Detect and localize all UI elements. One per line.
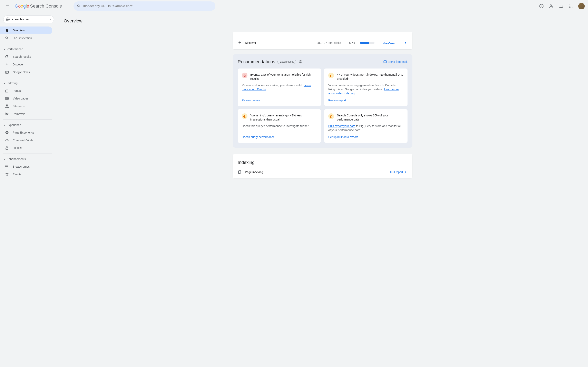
recommendation-body: Bulk export your data to BigQuery to sto… (328, 124, 403, 132)
svg-point-10 (570, 7, 570, 8)
recommendation-title: Search Console only shows 35% of your pe… (337, 113, 403, 122)
svg-point-12 (572, 7, 572, 8)
sidebar-item-label: HTTPS (13, 146, 22, 150)
recommendation-action[interactable]: Review report (328, 99, 403, 102)
divider (3, 44, 52, 44)
search-input[interactable] (83, 4, 212, 8)
sidebar-item-core-web-vitals[interactable]: Core Web Vitals (0, 136, 52, 144)
page-title: Overview (64, 18, 581, 24)
chevron-down-icon: ▾ (4, 82, 5, 84)
sidebar-section-enhancements[interactable]: ▾ Enhancements (0, 155, 57, 163)
notifications-button[interactable] (557, 2, 565, 10)
sidebar-item-breadcrumbs[interactable]: Breadcrumbs (0, 163, 52, 170)
divider (3, 78, 52, 78)
sidebar-item-label: Core Web Vitals (13, 139, 33, 142)
experimental-badge: Experimental (277, 60, 296, 64)
section-label: Indexing (7, 82, 17, 85)
sidebar-item-label: Pages (13, 89, 21, 92)
visibility-off-icon (5, 112, 9, 116)
learn-more-link[interactable]: Learn more about Events (242, 83, 311, 91)
sidebar-item-https[interactable]: HTTPS (0, 144, 52, 152)
chevron-right-icon (404, 41, 407, 45)
apps-grid-icon (569, 4, 573, 8)
sidebar-item-search-results[interactable]: Search results (0, 53, 52, 60)
menu-icon (5, 4, 9, 8)
recommendation-body: Videos create more engagement on Search.… (328, 83, 403, 95)
bulk-export-link[interactable]: Bulk export your data (328, 124, 355, 128)
recommendation-action[interactable]: Check query performance (242, 135, 317, 139)
sidebar-item-page-experience[interactable]: Page Experience (0, 129, 52, 136)
sidebar-item-removals[interactable]: Removals (0, 110, 52, 118)
sidebar-item-label: Discover (13, 63, 24, 66)
search-bar[interactable] (73, 1, 215, 11)
breadcrumb-icon (5, 165, 9, 169)
sparkle-icon (5, 62, 9, 67)
search-icon (5, 36, 9, 40)
sidebar-section-indexing[interactable]: ▾ Indexing (0, 80, 57, 87)
svg-point-23 (301, 62, 301, 63)
avatar[interactable] (578, 3, 585, 9)
indexing-card: Indexing Page indexing Full report (233, 154, 412, 178)
pages-icon (238, 170, 242, 174)
error-icon: ⊘ (242, 73, 247, 78)
recommendation-card[interactable]: ◐"swimming": query recently got 42% less… (238, 109, 321, 143)
sidebar-item-overview[interactable]: Overview (0, 26, 52, 34)
google-logo: Google (15, 3, 29, 9)
clicks-text: 389,197 total clicks (317, 41, 341, 44)
sidebar-section-performance[interactable]: ▾ Performance (0, 45, 57, 53)
page-indexing-row[interactable]: Page indexing Full report (238, 170, 407, 174)
discover-row[interactable]: Discover 389,197 total clicks 62% (233, 36, 412, 49)
learn-more-link[interactable]: Learn more about video indexing (328, 88, 399, 95)
svg-point-11 (571, 7, 571, 8)
main-content: Overview Discover 389,197 total clicks 6… (57, 12, 588, 367)
lightbulb-icon: ◐ (242, 113, 247, 119)
send-feedback-link[interactable]: Send feedback (383, 60, 407, 64)
recommendation-card[interactable]: ◐47 of your videos aren't indexed: "No t… (324, 68, 407, 106)
person-add-icon (549, 4, 553, 8)
svg-rect-18 (8, 107, 9, 108)
users-button[interactable] (547, 2, 555, 10)
help-button[interactable] (537, 2, 545, 10)
recommendations-section: Recommendations Experimental Send feedba… (233, 54, 412, 148)
dropdown-icon (49, 18, 51, 20)
property-selector[interactable]: example.com (3, 16, 54, 23)
globe-icon (6, 17, 9, 21)
lightbulb-icon: ◐ (328, 73, 334, 78)
sidebar-item-url-inspection[interactable]: URL inspection (0, 34, 52, 42)
sidebar-item-discover[interactable]: Discover (0, 60, 52, 68)
recommendation-card[interactable]: ⊘Events: 93% of your items aren't eligib… (238, 68, 321, 106)
hamburger-menu-button[interactable] (3, 2, 11, 10)
progress-bar (360, 42, 374, 44)
sidebar-item-pages[interactable]: Pages (0, 87, 52, 95)
recommendation-action[interactable]: Review issues (242, 99, 317, 102)
recommendation-title: "swimming": query recently got 42% less … (250, 113, 317, 122)
sidebar-item-events[interactable]: Events (0, 170, 52, 178)
event-icon (5, 172, 9, 176)
sidebar-item-sitemaps[interactable]: Sitemaps (0, 102, 52, 110)
sidebar-item-label: Removals (13, 112, 25, 116)
feedback-icon (383, 60, 387, 64)
recommendation-card[interactable]: ◐Search Console only shows 35% of your p… (324, 109, 407, 143)
property-domain: example.com (12, 18, 47, 21)
sidebar-item-label: URL inspection (13, 36, 32, 40)
svg-point-4 (570, 5, 570, 5)
sidebar-item-google-news[interactable]: Google News (0, 68, 52, 76)
sparkline-chart (383, 40, 397, 45)
recommendation-title: Events: 93% of your items aren't eligibl… (250, 73, 317, 81)
sidebar-item-video-pages[interactable]: Video pages (0, 95, 52, 102)
help-icon[interactable] (299, 60, 302, 64)
recommendation-action[interactable]: Set up bulk data export (328, 135, 403, 139)
page-indexing-label: Page indexing (245, 170, 263, 174)
svg-rect-17 (6, 107, 7, 108)
search-icon (77, 4, 81, 8)
product-name: Search Console (30, 3, 62, 9)
recommendations-title: Recommendations (238, 59, 275, 64)
sitemap-icon (5, 104, 9, 108)
sidebar-section-experience[interactable]: ▾ Experience (0, 121, 57, 129)
apps-button[interactable] (567, 2, 575, 10)
recommendation-body: Review and fix issues making your items … (242, 83, 317, 91)
sidebar-item-label: Events (13, 173, 21, 176)
sidebar: example.com Overview URL inspection ▾ Pe… (0, 12, 57, 367)
full-report-link[interactable]: Full report (390, 170, 407, 174)
logo[interactable]: Google Search Console (15, 3, 62, 9)
